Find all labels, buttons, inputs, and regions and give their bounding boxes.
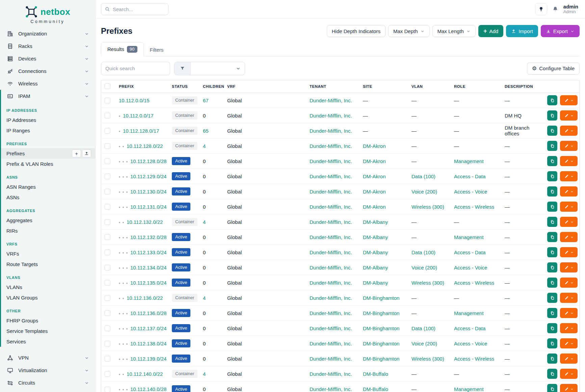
children-count-link[interactable]: 4 (203, 371, 206, 377)
prefix-link[interactable]: 10.112.132.0/22 (127, 219, 163, 225)
prefix-link[interactable]: 10.112.138.0/24 (130, 341, 166, 346)
sidebar-item-asns[interactable]: ASNs (1, 192, 95, 203)
prefix-link[interactable]: 10.112.136.0/28 (130, 310, 166, 316)
site-link[interactable]: DM-Akron (363, 189, 386, 194)
sidebar-item-vpn[interactable]: VPN (0, 351, 95, 364)
tenant-link[interactable]: Dunder-Mifflin, Inc. (310, 204, 352, 210)
tenant-link[interactable]: Dunder-Mifflin, Inc. (310, 265, 352, 270)
tenant-link[interactable]: Dunder-Mifflin, Inc. (310, 98, 352, 103)
select-all-checkbox[interactable] (105, 83, 110, 89)
sidebar-item-vlan-groups[interactable]: VLAN Groups (1, 292, 95, 303)
site-link[interactable]: DM-Albany (363, 280, 388, 286)
copy-button[interactable] (547, 369, 557, 379)
copy-button[interactable] (547, 171, 557, 181)
tenant-link[interactable]: Dunder-Mifflin, Inc. (310, 356, 352, 362)
row-checkbox[interactable] (105, 310, 110, 316)
sidebar-item-prefix-vlan-roles[interactable]: Prefix & VLAN Roles (1, 159, 95, 169)
tab-filters[interactable]: Filters (144, 44, 170, 56)
prefix-link[interactable]: 10.112.140.0/28 (130, 386, 166, 392)
copy-button[interactable] (547, 293, 557, 303)
prefix-link[interactable]: 10.112.0.0/15 (119, 98, 150, 103)
vlan-link[interactable]: Data (100) (411, 250, 435, 255)
prefix-link[interactable]: 10.112.0.0/17 (123, 113, 154, 119)
sidebar-item-vrfs[interactable]: VRFs (1, 249, 95, 259)
site-link[interactable]: DM-Binghamton (363, 295, 399, 301)
column-header-vrf[interactable]: VRF (224, 80, 306, 93)
copy-button[interactable] (547, 141, 557, 151)
tenant-link[interactable]: Dunder-Mifflin, Inc. (310, 189, 352, 194)
column-header-vlan[interactable]: VLAN (408, 80, 451, 93)
column-header-role[interactable]: Role (451, 80, 501, 93)
site-link[interactable]: DM-Albany (363, 219, 388, 225)
edit-dropdown-button[interactable] (560, 126, 578, 136)
max-depth-dropdown[interactable]: Max Depth (388, 25, 430, 37)
column-header-tenant[interactable]: Tenant (306, 80, 360, 93)
vlan-link[interactable]: Data (100) (411, 174, 435, 179)
site-link[interactable]: DM-Buffalo (363, 371, 388, 377)
role-link[interactable]: Access - Wireless (454, 204, 494, 210)
sidebar-item-wireless[interactable]: Wireless (0, 77, 95, 90)
sidebar-item-organization[interactable]: Organization (0, 27, 95, 40)
tenant-link[interactable]: Dunder-Mifflin, Inc. (310, 250, 352, 255)
import-button[interactable]: Import (506, 25, 538, 37)
row-checkbox[interactable] (105, 234, 110, 240)
role-link[interactable]: Access - Data (454, 174, 485, 179)
role-link[interactable]: Access - Voice (454, 341, 487, 346)
sidebar-item-vlans[interactable]: VLANs (1, 282, 95, 292)
site-link[interactable]: DM-Binghamton (363, 341, 399, 346)
row-checkbox[interactable] (105, 265, 110, 270)
theme-toggle-button[interactable] (535, 3, 547, 15)
edit-dropdown-button[interactable] (560, 202, 578, 212)
site-link[interactable]: DM-Akron (363, 174, 386, 179)
row-checkbox[interactable] (105, 325, 110, 331)
site-link[interactable]: DM-Albany (363, 250, 388, 255)
edit-dropdown-button[interactable] (560, 354, 578, 364)
copy-button[interactable] (547, 217, 557, 227)
sidebar-item-devices[interactable]: Devices (0, 52, 95, 65)
sidebar-item-ip-ranges[interactable]: IP Ranges (1, 125, 95, 136)
role-link[interactable]: Access - Voice (454, 265, 487, 270)
copy-button[interactable] (547, 232, 557, 242)
edit-dropdown-button[interactable] (560, 171, 578, 181)
sidebar-item-prefixes[interactable]: Prefixes + (1, 148, 95, 159)
sidebar-item-virtualization[interactable]: Virtualization (0, 364, 95, 376)
tenant-link[interactable]: Dunder-Mifflin, Inc. (310, 234, 352, 240)
children-count-link[interactable]: 4 (203, 295, 206, 301)
copy-button[interactable] (547, 202, 557, 212)
row-checkbox[interactable] (105, 189, 110, 194)
edit-dropdown-button[interactable] (560, 278, 578, 288)
max-length-dropdown[interactable]: Max Length (432, 25, 476, 37)
edit-dropdown-button[interactable] (560, 232, 578, 242)
tenant-link[interactable]: Dunder-Mifflin, Inc. (310, 310, 352, 316)
saved-filter-select[interactable] (190, 62, 245, 75)
tenant-link[interactable]: Dunder-Mifflin, Inc. (310, 113, 352, 119)
edit-dropdown-button[interactable] (560, 141, 578, 151)
row-checkbox[interactable] (105, 219, 110, 225)
copy-button[interactable] (547, 95, 557, 105)
column-header-children[interactable]: Children (200, 80, 224, 93)
vlan-link[interactable]: Wireless (300) (411, 280, 444, 286)
filter-funnel-button[interactable] (175, 62, 190, 75)
export-dropdown-button[interactable]: Export (541, 25, 580, 37)
edit-dropdown-button[interactable] (560, 247, 578, 257)
vlan-link[interactable]: Wireless (300) (411, 356, 444, 362)
prefix-link[interactable]: 10.112.140.0/22 (127, 371, 163, 377)
edit-dropdown-button[interactable] (560, 95, 578, 105)
role-link[interactable]: Management (454, 310, 484, 316)
role-link[interactable]: Management (454, 386, 484, 392)
sidebar-item-ip-addresses[interactable]: IP Addresses (1, 115, 95, 125)
column-header-description[interactable]: Description (501, 80, 544, 93)
site-link[interactable]: DM-Buffalo (363, 386, 388, 392)
quick-search-input[interactable] (101, 62, 170, 75)
children-count-link[interactable]: 67 (203, 98, 209, 103)
edit-dropdown-button[interactable] (560, 338, 578, 348)
copy-button[interactable] (547, 308, 557, 318)
prefix-link[interactable]: 10.112.132.0/28 (130, 234, 166, 240)
row-checkbox[interactable] (105, 128, 110, 134)
copy-button[interactable] (547, 278, 557, 288)
vlan-link[interactable]: Wireless (300) (411, 204, 444, 210)
site-link[interactable]: DM-Akron (363, 143, 386, 149)
add-button[interactable]: + Add (478, 25, 503, 37)
site-link[interactable]: DM-Binghamton (363, 356, 399, 362)
prefix-link[interactable]: 10.112.133.0/24 (130, 250, 166, 255)
